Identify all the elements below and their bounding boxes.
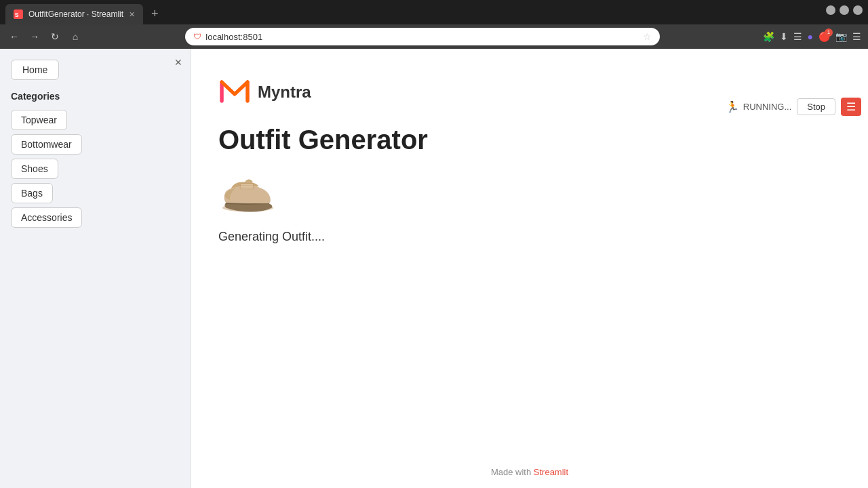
footer: Made with Streamlit	[491, 467, 568, 477]
sidebar-item-bottomwear[interactable]: Bottomwear	[11, 134, 82, 155]
new-tab-button[interactable]: +	[147, 7, 163, 21]
screenshot-icon[interactable]: 📷	[835, 31, 847, 42]
security-icon: 🛡	[193, 32, 201, 41]
refresh-button[interactable]: ↻	[47, 31, 62, 42]
window-maximize[interactable]: □	[840, 5, 849, 15]
home-button[interactable]: Home	[11, 60, 59, 80]
footer-brand: Streamlit	[534, 467, 568, 477]
active-tab[interactable]: S OutfitGenerator · Streamlit ✕	[5, 4, 143, 24]
url-text: localhost:8501	[205, 32, 262, 42]
window-controls: — □ ✕	[826, 5, 863, 15]
sidebar-item-accessories[interactable]: Accessories	[11, 207, 82, 228]
tab-close-button[interactable]: ✕	[129, 10, 135, 19]
running-indicator: 🏃 RUNNING...	[726, 100, 792, 113]
streamlit-toolbar: 🏃 RUNNING... Stop ☰	[726, 98, 861, 116]
shoe-image	[218, 169, 279, 216]
shoe-svg	[218, 169, 279, 216]
myntra-m-icon	[218, 76, 251, 108]
menu-icon[interactable]: ☰	[852, 31, 861, 42]
app-container: ✕ Home Categories Topwear Bottomwear Sho…	[0, 49, 868, 488]
address-bar[interactable]: 🛡 localhost:8501 ☆	[185, 28, 660, 45]
tab-bar: S OutfitGenerator · Streamlit ✕ + — □ ✕	[0, 0, 868, 24]
notifications-icon[interactable]: 🔴 1	[818, 31, 830, 42]
main-content: 🏃 RUNNING... Stop ☰ Myntra	[191, 49, 868, 488]
download-icon[interactable]: ⬇	[780, 31, 788, 42]
nav-bar: ← → ↻ ⌂ 🛡 localhost:8501 ☆ 🧩 ⬇ ☰ ● 🔴 1 📷…	[0, 24, 868, 49]
home-button[interactable]: ⌂	[68, 31, 83, 42]
extensions-icon[interactable]: 🧩	[763, 31, 774, 42]
sidebar-item-bags[interactable]: Bags	[11, 183, 53, 203]
running-label: RUNNING...	[743, 102, 792, 112]
window-close[interactable]: ✕	[853, 5, 863, 15]
running-icon: 🏃	[726, 100, 739, 113]
footer-prefix: Made with	[491, 467, 534, 477]
sidebar-item-topwear[interactable]: Topwear	[11, 110, 67, 130]
browser-chrome: S OutfitGenerator · Streamlit ✕ + — □ ✕ …	[0, 0, 868, 49]
sidebar: ✕ Home Categories Topwear Bottomwear Sho…	[0, 49, 191, 488]
sidebar-item-shoes[interactable]: Shoes	[11, 159, 58, 179]
window-minimize[interactable]: —	[826, 5, 835, 15]
brand-name: Myntra	[258, 83, 311, 102]
tab-title: OutfitGenerator · Streamlit	[28, 9, 123, 19]
sidebar-nav: Topwear Bottomwear Shoes Bags Accessorie…	[11, 110, 180, 228]
stop-button[interactable]: Stop	[797, 98, 835, 115]
nav-right-icons: 🧩 ⬇ ☰ ● 🔴 1 📷 ☰	[763, 31, 861, 42]
history-icon[interactable]: ☰	[793, 31, 802, 42]
sidebar-close-button[interactable]: ✕	[174, 57, 182, 68]
tab-favicon: S	[14, 9, 23, 19]
streamlit-menu-button[interactable]: ☰	[841, 98, 861, 116]
page-title: Outfit Generator	[218, 125, 841, 155]
profile-icon[interactable]: ●	[808, 31, 813, 42]
bookmark-icon[interactable]: ☆	[643, 31, 652, 42]
svg-text:S: S	[15, 12, 19, 18]
back-button[interactable]: ←	[7, 31, 22, 42]
categories-title: Categories	[11, 91, 180, 102]
forward-button[interactable]: →	[27, 31, 42, 42]
generating-text: Generating Outfit....	[218, 230, 841, 244]
notification-badge: 1	[825, 28, 833, 37]
